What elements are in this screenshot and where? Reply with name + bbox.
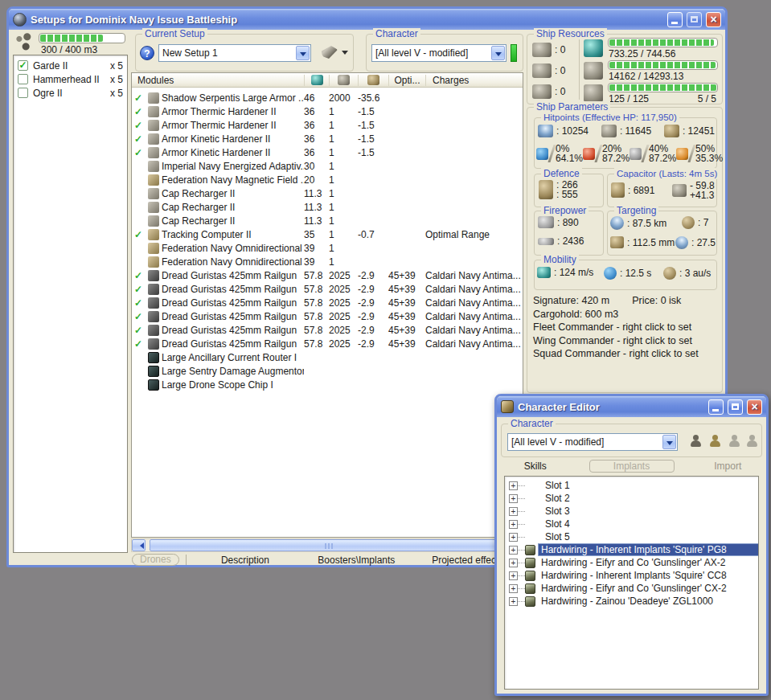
module-name: Dread Guristas 425mm Railgun (162, 270, 304, 281)
tree-slot-row[interactable]: +Slot 4 (505, 518, 758, 530)
divider (518, 485, 525, 486)
tab-boosters-implants[interactable]: Boosters\Implants (301, 555, 412, 566)
module-row[interactable]: ✓Armor Kinetic Hardener II361-1.5 (132, 132, 523, 145)
module-row[interactable]: ✓Dread Guristas 425mm Railgun57.82025-2.… (132, 337, 523, 350)
minimize-button[interactable] (708, 399, 724, 415)
module-row[interactable]: Cap Recharger II11.31 (132, 214, 523, 227)
hull-icon (664, 125, 679, 137)
implant-icon (525, 558, 535, 568)
drone-list-item[interactable]: Hammerhead IIx 5 (14, 72, 127, 86)
expand-icon[interactable]: + (509, 546, 518, 555)
chevron-down-icon[interactable] (296, 46, 310, 60)
expand-icon[interactable]: + (509, 481, 518, 490)
delete-character-icon[interactable] (744, 434, 759, 448)
module-row[interactable]: ✓Dread Guristas 425mm Railgun57.82025-2.… (132, 309, 523, 323)
ship-parameters-label: Ship Parameters (534, 101, 610, 113)
module-row[interactable]: ✓Dread Guristas 425mm Railgun57.82025-2.… (132, 282, 523, 296)
expand-icon[interactable]: + (509, 520, 518, 529)
module-row[interactable]: Federation Navy Omnidirectional ...391 (132, 241, 523, 255)
tab-skills[interactable]: Skills (504, 461, 567, 472)
module-name: Armor Thermic Hardener II (162, 120, 304, 131)
tab-description[interactable]: Description (190, 555, 301, 566)
module-row[interactable]: Cap Recharger II11.31 (132, 200, 523, 214)
expand-icon[interactable]: + (509, 571, 518, 580)
tab-import[interactable]: Import (697, 461, 760, 472)
expand-icon[interactable]: + (509, 559, 518, 567)
hardpoint-count: : 0 (555, 65, 565, 76)
tree-slot-row[interactable]: +Slot 3 (505, 505, 758, 518)
module-row[interactable]: ✓Armor Thermic Hardener II361-1.5 (132, 118, 523, 132)
expand-icon[interactable]: + (509, 494, 518, 503)
help-icon[interactable]: ? (140, 46, 154, 60)
hardwiring-label: Hardwiring - Inherent Implants 'Squire' … (539, 544, 758, 555)
close-button[interactable]: × (747, 399, 762, 415)
module-name: Armor Kinetic Hardener II (162, 133, 304, 145)
drone-checkbox[interactable] (18, 88, 28, 98)
ce-character-combobox[interactable]: [All level V - modified] (507, 433, 678, 451)
chevron-down-icon[interactable] (491, 46, 505, 60)
firepower-label: Firepower (541, 205, 589, 216)
charges-column-header[interactable]: Charges (425, 75, 523, 86)
module-row[interactable]: ✓Dread Guristas 425mm Railgun57.82025-2.… (132, 296, 523, 309)
tree-hardwiring-row[interactable]: +Hardwiring - Eifyr and Co 'Gunslinger' … (505, 582, 758, 595)
module-row[interactable]: Imperial Navy Energized Adaptiv...301 (132, 159, 523, 173)
tree-hardwiring-row[interactable]: +Hardwiring - Inherent Implants 'Squire'… (505, 543, 758, 556)
character-combobox[interactable]: [All level V - modified] (371, 44, 506, 62)
maximize-button[interactable] (728, 399, 743, 415)
module-row[interactable]: ✓Dread Guristas 425mm Railgun57.82025-2.… (132, 323, 523, 337)
minimize-button[interactable] (667, 12, 683, 27)
main-titlebar[interactable]: Setups for Dominix Navy Issue Battleship… (9, 9, 725, 30)
module-cap-use: -2.9 (358, 338, 388, 350)
module-row[interactable]: Large Drone Scope Chip I (132, 378, 523, 391)
tree-slot-row[interactable]: +Slot 5 (505, 530, 758, 543)
tree-slot-row[interactable]: +Slot 2 (505, 492, 758, 505)
module-row[interactable]: Federation Navy Omnidirectional ...391 (132, 255, 523, 268)
maximize-button[interactable] (687, 12, 702, 27)
module-row[interactable]: ✓Armor Thermic Hardener II361-1.5 (132, 104, 523, 118)
main-window-title: Setups for Dominix Navy Issue Battleship (31, 14, 663, 26)
module-row[interactable]: ✓Shadow Serpentis Large Armor ...462000-… (132, 91, 523, 104)
chevron-down-icon[interactable] (662, 435, 676, 449)
module-row[interactable]: Large Sentry Damage Augmentor I (132, 364, 523, 378)
tree-slot-row[interactable]: +Slot 1 (505, 479, 758, 492)
expand-icon[interactable]: + (509, 597, 518, 606)
module-row[interactable]: ✓Armor Kinetic Hardener II361-1.5 (132, 145, 523, 159)
expand-icon[interactable]: + (509, 584, 518, 593)
new-character-icon[interactable] (688, 434, 703, 448)
drone-checkbox[interactable]: ✓ (18, 60, 28, 71)
expand-icon[interactable]: + (509, 533, 518, 542)
setup-combobox[interactable]: New Setup 1 (158, 44, 311, 62)
scrollbar-thumb[interactable] (150, 539, 510, 551)
module-powergrid: 1 (329, 106, 358, 117)
tab-implants[interactable]: Implants (589, 460, 675, 473)
implant-icon (525, 545, 535, 555)
tab-drones[interactable]: Drones (132, 554, 179, 566)
tree-hardwiring-row[interactable]: +Hardwiring - Eifyr and Co 'Gunslinger' … (505, 556, 758, 569)
module-row[interactable]: Cap Recharger II11.31 (132, 186, 523, 200)
drone-list[interactable]: ✓Garde IIx 5Hammerhead IIx 5Ogre IIx 5 (13, 55, 128, 553)
tree-hardwiring-row[interactable]: +Hardwiring - Zainou 'Deadeye' ZGL1000 (505, 595, 758, 608)
modules-hscrollbar[interactable] (131, 538, 523, 552)
setup-tools-icon[interactable] (322, 46, 338, 59)
modules-header[interactable]: Modules Opti... Charges (132, 73, 523, 88)
tree-hardwiring-row[interactable]: +Hardwiring - Inherent Implants 'Squire'… (505, 569, 758, 582)
drone-checkbox[interactable] (18, 74, 28, 84)
module-row[interactable]: ✓Dread Guristas 425mm Railgun57.82025-2.… (132, 268, 523, 282)
character-editor-titlebar[interactable]: Character Editor × (497, 396, 766, 417)
scroll-left-icon[interactable] (132, 539, 146, 551)
clone-character-icon[interactable] (727, 434, 741, 448)
close-button[interactable]: × (706, 12, 721, 27)
module-cpu: 35 (304, 229, 329, 240)
setup-tools-dropdown-icon[interactable] (342, 51, 348, 58)
opti-column-header[interactable]: Opti... (388, 75, 425, 86)
drone-list-item[interactable]: Ogre IIx 5 (14, 86, 127, 100)
implant-tree[interactable]: +Slot 1+Slot 2+Slot 3+Slot 4+Slot 5+Hard… (504, 476, 759, 690)
module-row[interactable]: Large Ancillary Current Router I (132, 350, 523, 364)
capacitor-amount: : 6891 (628, 185, 654, 196)
module-row[interactable]: ✓Tracking Computer II351-0.7Optimal Rang… (132, 227, 523, 241)
expand-icon[interactable]: + (509, 507, 518, 516)
modules-column-header[interactable]: Modules (132, 75, 304, 86)
drone-list-item[interactable]: ✓Garde IIx 5 (14, 59, 127, 72)
edit-character-icon[interactable] (707, 434, 722, 448)
module-row[interactable]: Federation Navy Magnetic Field ...201 (132, 173, 523, 186)
